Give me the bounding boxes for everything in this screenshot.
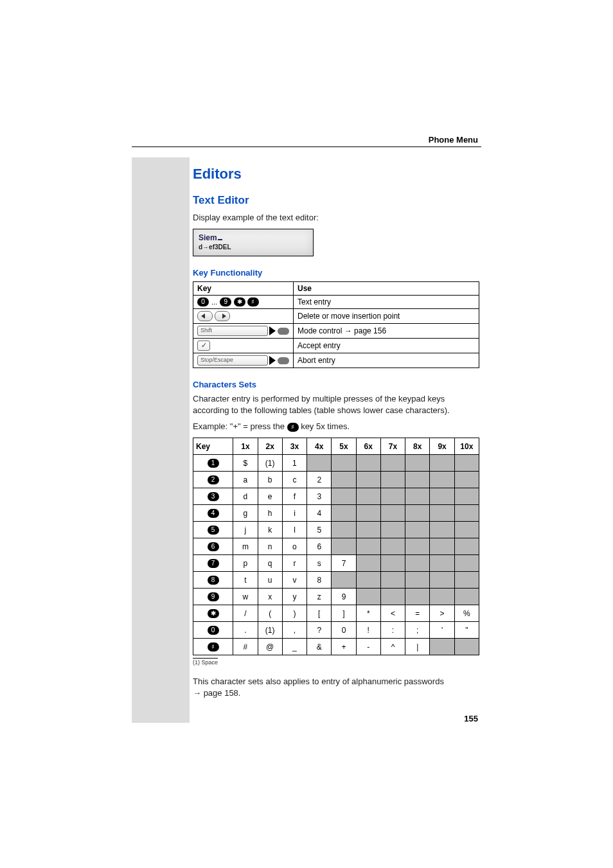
- char-cell: y: [282, 589, 306, 605]
- char-cell: ,: [282, 622, 306, 639]
- char-cell: [380, 488, 405, 505]
- char-cell: [380, 538, 405, 555]
- char-cell: [405, 555, 430, 572]
- heading-key-functionality: Key Functionality: [193, 268, 479, 278]
- keypad-4-icon: 4: [208, 509, 219, 518]
- char-cell: [454, 555, 479, 572]
- char-cell: h: [258, 505, 282, 522]
- char-cell: ^: [380, 639, 405, 655]
- keypad-0-icon: 0: [208, 626, 219, 635]
- func-key-cell: Stop/Escape: [193, 353, 294, 368]
- char-cell: m: [233, 538, 258, 555]
- lcd-display: Siem d→ef3DEL: [193, 229, 314, 256]
- keypad-star-icon: ✱: [208, 609, 219, 618]
- char-th: 4x: [307, 438, 332, 455]
- heading-editors: Editors: [193, 166, 479, 182]
- char-cell: [430, 572, 454, 589]
- char-cell: [454, 488, 479, 505]
- margin-bar: [132, 157, 190, 723]
- char-cell: [405, 505, 430, 522]
- arrow-right-icon: →: [344, 326, 352, 335]
- text-applies-dot: .: [238, 688, 241, 698]
- char-cell: >: [430, 605, 454, 622]
- char-cell: [430, 472, 454, 488]
- nav-right-key-icon: [215, 311, 230, 321]
- char-cell: 4: [307, 505, 332, 522]
- ok-key-icon: ✓: [197, 341, 210, 351]
- char-cell: g: [233, 505, 258, 522]
- char-cell: [356, 538, 380, 555]
- char-cell: .: [233, 622, 258, 639]
- char-cell: [430, 488, 454, 505]
- char-cell: [: [307, 605, 332, 622]
- char-key-cell: 1: [193, 455, 233, 472]
- char-cell: [430, 455, 454, 472]
- char-cell: [430, 538, 454, 555]
- page-number: 155: [464, 714, 478, 723]
- char-cell: z: [307, 589, 332, 605]
- char-key-cell: 5: [193, 522, 233, 538]
- text-applies: This character sets also applies to entr…: [193, 676, 479, 698]
- char-cell: [405, 589, 430, 605]
- char-cell: [405, 538, 430, 555]
- char-cell: [430, 505, 454, 522]
- header-section: Phone Menu: [429, 135, 478, 145]
- key-tab-icon: [269, 356, 276, 365]
- char-cell: [332, 488, 356, 505]
- char-cell: [430, 589, 454, 605]
- char-cell: 8: [307, 572, 332, 589]
- text-char-intro: Character entry is performed by multiple…: [193, 393, 479, 416]
- link-page-158: page 158: [204, 688, 238, 698]
- char-cell: [405, 572, 430, 589]
- char-key-cell: 3: [193, 488, 233, 505]
- char-cell: 1: [282, 455, 306, 472]
- func-use-cell: Abort entry: [294, 353, 479, 368]
- char-cell: ': [430, 622, 454, 639]
- char-cell: v: [282, 572, 306, 589]
- char-cell: l: [282, 522, 306, 538]
- func-use-cell: Mode control → page 156: [294, 324, 479, 339]
- char-cell: s: [307, 555, 332, 572]
- char-cell: %: [454, 605, 479, 622]
- footnote-space: (1) Space: [193, 658, 218, 666]
- char-th: 7x: [380, 438, 405, 455]
- char-cell: [405, 455, 430, 472]
- lcd-line2: d→ef3DEL: [199, 244, 308, 251]
- char-key-cell: ♯: [193, 639, 233, 655]
- char-cell: t: [233, 572, 258, 589]
- char-cell: [454, 455, 479, 472]
- char-cell: [332, 455, 356, 472]
- char-key-cell: 6: [193, 538, 233, 555]
- char-cell: [356, 589, 380, 605]
- char-th: 9x: [430, 438, 454, 455]
- char-cell: *: [356, 605, 380, 622]
- func-th-use: Use: [294, 281, 479, 295]
- char-cell: [454, 589, 479, 605]
- char-cell: [332, 522, 356, 538]
- stop-escape-key: Stop/Escape: [197, 355, 268, 366]
- char-cell: [454, 572, 479, 589]
- char-th: 5x: [332, 438, 356, 455]
- char-cell: =: [405, 605, 430, 622]
- text-example: Example: "+" = press the ♯ key 5x times.: [193, 421, 479, 432]
- char-cell: [380, 522, 405, 538]
- char-cell: [454, 472, 479, 488]
- char-cell: b: [258, 472, 282, 488]
- func-use-cell: Text entry: [294, 295, 479, 309]
- char-cell: [454, 639, 479, 655]
- char-cell: q: [258, 555, 282, 572]
- char-th: Key: [193, 438, 233, 455]
- arrow-right-icon: →: [193, 688, 201, 698]
- char-cell: [332, 538, 356, 555]
- func-th-key: Key: [193, 281, 294, 295]
- char-cell: [405, 522, 430, 538]
- char-cell: 2: [307, 472, 332, 488]
- char-th: 2x: [258, 438, 282, 455]
- char-cell: [454, 538, 479, 555]
- char-cell: [332, 505, 356, 522]
- char-cell: 6: [307, 538, 332, 555]
- func-key-cell: [193, 309, 294, 324]
- lcd-line2-suffix: ef3DEL: [209, 244, 231, 251]
- func-key-cell: 0...9 ✱ ♯: [193, 295, 294, 309]
- nav-left-key-icon: [197, 311, 213, 321]
